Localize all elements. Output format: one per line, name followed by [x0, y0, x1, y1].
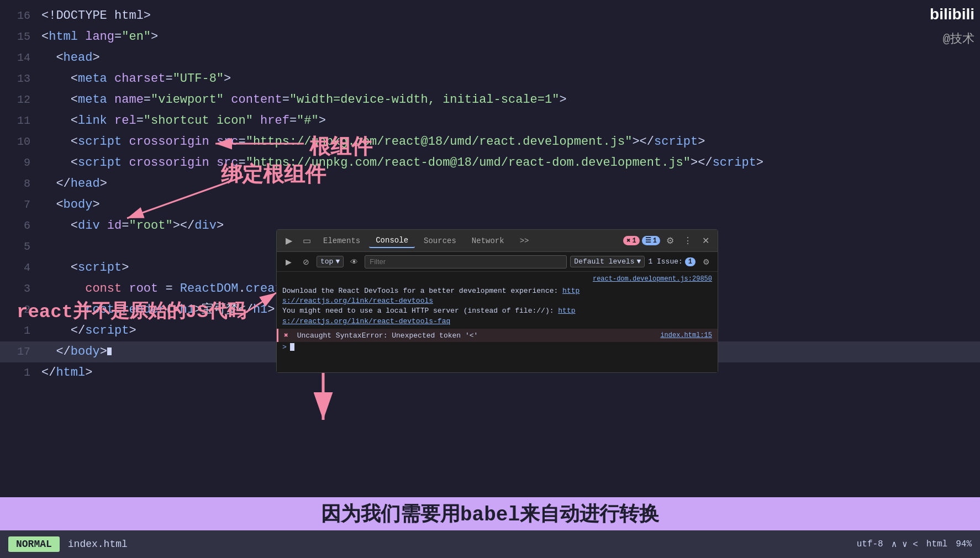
console-message-1: Download the React DevTools for a better…: [277, 284, 718, 329]
tab-console[interactable]: Console: [369, 234, 415, 248]
line-number: 1: [6, 320, 30, 341]
line-content: </head>: [41, 173, 974, 194]
code-line-16: 16<!DOCTYPE html>: [0, 6, 980, 27]
code-line-14: 14 <head>: [0, 48, 980, 69]
line-number: 12: [6, 90, 30, 110]
devtools-close-btn[interactable]: ✕: [698, 233, 713, 249]
tab-sources[interactable]: Sources: [417, 234, 463, 248]
status-bar: NORMAL index.html utf-8 ∧ ∨ < html 94%: [0, 530, 980, 558]
line-content: <head>: [41, 48, 974, 69]
issue-badge: 1 Issue: 1: [648, 257, 696, 266]
devtools-tabs-bar: ▶ ▭ Elements Console Sources Network >> …: [277, 230, 718, 252]
code-line-15: 15<html lang="en">: [0, 27, 980, 48]
error-source-link[interactable]: index.html:15: [660, 331, 712, 339]
line-number: 7: [6, 194, 30, 215]
filter-input[interactable]: [365, 255, 567, 269]
prompt-symbol: >: [282, 343, 287, 351]
filetype-label: html: [926, 539, 947, 549]
block-btn[interactable]: ⊘: [299, 255, 313, 269]
error-content: ✖ Uncaught SyntaxError: Unexpected token…: [284, 331, 478, 340]
devtools-toolbar: ▶ ⊘ top ▼ 👁 Default levels ▼ 1 Issue: 1 …: [277, 252, 718, 272]
top-context-selector[interactable]: top ▼: [317, 256, 344, 267]
code-line-13: 13 <meta charset="UTF-8">: [0, 69, 980, 90]
devtools-device-btn[interactable]: ▭: [299, 233, 314, 249]
line-content: <meta name="viewport" content="width=dev…: [41, 90, 974, 110]
arrows-label: ∧ ∨ <: [892, 539, 918, 550]
line-content: <body>: [41, 194, 974, 215]
run-btn[interactable]: ▶: [281, 255, 296, 269]
devtools-link-1[interactable]: https://reactjs.org/link/react-devtools: [282, 287, 579, 305]
code-line-12: 12 <meta name="viewport" content="width=…: [0, 90, 980, 110]
line-content: <meta charset="UTF-8">: [41, 69, 974, 90]
console-source-link[interactable]: react-dom.development.js:29850: [277, 274, 718, 284]
line-content: <script crossorigin src="https://unpkg.c…: [41, 131, 974, 152]
console-content: react-dom.development.js:29850 Download …: [277, 272, 718, 372]
line-number: 16: [6, 6, 30, 27]
bilibili-handle: @技术: [943, 30, 974, 47]
tab-more[interactable]: >>: [513, 234, 536, 248]
code-line-8: 8 </head>: [0, 173, 980, 194]
line-number: 14: [6, 48, 30, 69]
line-number: 9: [6, 152, 30, 173]
line-content: <html lang="en">: [41, 27, 974, 48]
levels-chevron: ▼: [637, 257, 641, 266]
eye-btn[interactable]: 👁: [347, 255, 361, 269]
tab-elements[interactable]: Elements: [317, 234, 367, 248]
line-content: <link rel="shortcut icon" href="#">: [41, 110, 974, 131]
error-icon: ✖: [284, 331, 288, 340]
default-levels-selector[interactable]: Default levels ▼: [570, 256, 645, 267]
code-line-7: 7 <body>: [0, 194, 980, 215]
bottom-annotation-bar: 因为我们需要用babel来自动进行转换: [0, 497, 980, 530]
console-input-line: >: [277, 342, 718, 352]
tab-network[interactable]: Network: [465, 234, 511, 248]
line-number: 4: [6, 257, 30, 278]
status-right: utf-8 ∧ ∨ < html 94%: [857, 539, 972, 550]
default-levels-label: Default levels: [574, 257, 634, 266]
code-line-10: 10 <script crossorigin src="https://unpk…: [0, 131, 980, 152]
error-badge: ✖ 1: [623, 236, 639, 245]
line-content: <script crossorigin src="https://unpkg.c…: [41, 152, 974, 173]
line-number: 10: [6, 131, 30, 152]
warning-badge: ☰ 1: [642, 236, 660, 245]
input-cursor: [290, 343, 294, 351]
line-number: 13: [6, 69, 30, 90]
line-number: 8: [6, 173, 30, 194]
line-number: 17: [6, 341, 30, 362]
line-number: 6: [6, 215, 30, 236]
line-number: 1: [6, 362, 30, 383]
gear-btn[interactable]: ⚙: [699, 255, 713, 269]
devtools-inspect-btn[interactable]: ▶: [281, 233, 297, 249]
devtools-panel: ▶ ▭ Elements Console Sources Network >> …: [276, 229, 718, 373]
line-number: 5: [6, 236, 30, 257]
top-label: top: [320, 257, 333, 266]
code-line-11: 11 <link rel="shortcut icon" href="#">: [0, 110, 980, 131]
line-number: 2: [6, 299, 30, 320]
zoom-label: 94%: [956, 539, 972, 549]
editor-mode: NORMAL: [8, 536, 60, 552]
devtools-settings-btn[interactable]: ⚙: [662, 233, 678, 249]
line-number: 15: [6, 27, 30, 48]
top-chevron: ▼: [335, 257, 340, 266]
bottom-annotation-text: 因为我们需要用babel来自动进行转换: [321, 501, 659, 528]
encoding-label: utf-8: [857, 539, 883, 549]
line-number: 3: [6, 278, 30, 299]
devtools-more-btn[interactable]: ⋮: [680, 233, 696, 249]
devtools-link-2[interactable]: https://reactjs.org/link/react-devtools-…: [282, 307, 576, 325]
bilibili-logo: bilibili: [930, 6, 974, 23]
console-error-row: ✖ Uncaught SyntaxError: Unexpected token…: [277, 329, 718, 342]
line-content: <!DOCTYPE html>: [41, 6, 974, 27]
line-number: 11: [6, 110, 30, 131]
error-text: Uncaught SyntaxError: Unexpected token '…: [297, 331, 478, 340]
current-file: index.html: [68, 539, 128, 550]
code-line-9: 9 <script crossorigin src="https://unpkg…: [0, 152, 980, 173]
